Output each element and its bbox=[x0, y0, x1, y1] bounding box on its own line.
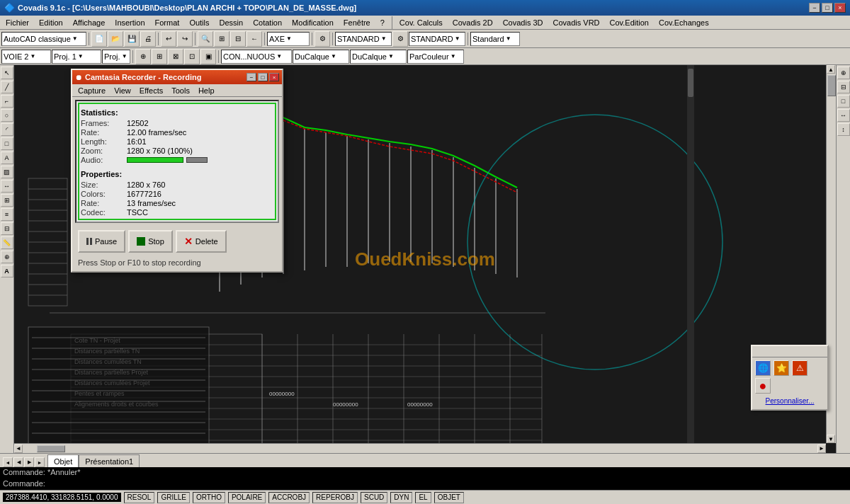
zoom-window-btn[interactable]: ⊟ bbox=[230, 31, 246, 47]
menu-help[interactable]: ? bbox=[376, 18, 389, 28]
status-grille[interactable]: GRILLE bbox=[157, 492, 190, 503]
std-prop-btn[interactable]: ⚙ bbox=[392, 31, 408, 47]
menu-insertion[interactable]: Insertion bbox=[110, 18, 149, 28]
cam-menu-effects[interactable]: Effects bbox=[135, 86, 167, 96]
drawing-area[interactable]: Cote TN - Projet Distances partielles TN… bbox=[14, 65, 836, 453]
pause-button[interactable]: Pause bbox=[78, 230, 125, 253]
tool-dimension[interactable]: ↔ bbox=[1, 180, 13, 193]
save-btn[interactable]: 💾 bbox=[124, 31, 140, 47]
tool-letter-a[interactable]: A bbox=[1, 265, 13, 277]
menu-edition[interactable]: Edition bbox=[35, 18, 67, 28]
panel-icon-globe[interactable]: 🌐 bbox=[755, 360, 771, 376]
menu-covadis-vrd[interactable]: Covadis VRD bbox=[549, 18, 604, 28]
print-btn[interactable]: 🖨 bbox=[140, 31, 156, 47]
tool-layer[interactable]: ⊟ bbox=[1, 222, 13, 235]
right-tool-5[interactable]: ↕ bbox=[837, 123, 850, 136]
scroll-thumb[interactable] bbox=[827, 75, 836, 96]
new-btn[interactable]: 📄 bbox=[91, 31, 107, 47]
workspace-dropdown[interactable]: AutoCAD classique ▼ bbox=[1, 32, 86, 46]
right-tool-3[interactable]: □ bbox=[837, 95, 850, 108]
tool-circle[interactable]: ○ bbox=[1, 109, 13, 122]
right-tool-2[interactable]: ⊟ bbox=[837, 81, 850, 93]
cam-menu-tools[interactable]: Tools bbox=[167, 86, 194, 96]
lineweight-dropdown[interactable]: DuCalque ▼ bbox=[293, 50, 349, 64]
minimize-button[interactable]: − bbox=[809, 3, 820, 13]
delete-button[interactable]: ✕ Delete bbox=[176, 230, 227, 253]
menu-cov-echanges[interactable]: Cov.Echanges bbox=[654, 18, 713, 28]
right-tool-4[interactable]: ↔ bbox=[837, 109, 850, 122]
tab-presentation[interactable]: Présentation1 bbox=[79, 454, 140, 467]
snap5-btn[interactable]: ▣ bbox=[200, 49, 216, 64]
standard-dropdown2[interactable]: STANDARD ▼ bbox=[409, 32, 465, 46]
scroll-up-btn[interactable]: ▲ bbox=[827, 65, 835, 74]
status-ortho[interactable]: ORTHO bbox=[193, 492, 225, 503]
tool-snap[interactable]: ⊕ bbox=[1, 251, 13, 263]
status-dyn[interactable]: DYN bbox=[390, 492, 412, 503]
menu-outils[interactable]: Outils bbox=[185, 18, 213, 28]
standard-dropdown1[interactable]: STANDARD ▼ bbox=[335, 32, 392, 46]
horizontal-scrollbar[interactable]: ◄ ► bbox=[14, 443, 826, 453]
color-dropdown[interactable]: DuCalque ▼ bbox=[350, 50, 407, 64]
menu-cotation[interactable]: Cotation bbox=[249, 18, 286, 28]
linetype-dropdown[interactable]: CON...NUOUS ▼ bbox=[221, 50, 292, 64]
scroll-left-btn[interactable]: ◄ bbox=[14, 445, 23, 453]
maximize-button[interactable]: □ bbox=[822, 3, 833, 13]
status-accrobj[interactable]: ACCROBJ bbox=[268, 492, 310, 503]
scroll-h-thumb[interactable] bbox=[37, 445, 65, 452]
undo-btn[interactable]: ↩ bbox=[161, 31, 176, 47]
tool-properties[interactable]: ≡ bbox=[1, 208, 13, 221]
tool-pointer[interactable]: ↖ bbox=[1, 67, 13, 79]
status-el[interactable]: EL bbox=[415, 492, 431, 503]
menu-cov-edition[interactable]: Cov.Edition bbox=[606, 18, 653, 28]
menu-modification[interactable]: Modification bbox=[288, 18, 338, 28]
close-button[interactable]: × bbox=[834, 3, 846, 13]
panel-icon-red-dot[interactable]: ● bbox=[755, 378, 771, 394]
menu-dessin[interactable]: Dessin bbox=[215, 18, 248, 28]
snap2-btn[interactable]: ⊞ bbox=[152, 49, 167, 64]
menu-fichier[interactable]: Fichier bbox=[1, 18, 33, 28]
zoom-pan-btn[interactable]: 🔍 bbox=[198, 31, 213, 47]
proj2-dropdown[interactable]: Proj. ▼ bbox=[102, 50, 130, 64]
layer-dropdown[interactable]: AXE ▼ bbox=[267, 32, 310, 46]
menu-cov-calculs[interactable]: Cov. Calculs bbox=[395, 18, 447, 28]
cam-menu-capture[interactable]: Capture bbox=[74, 86, 110, 96]
tool-measure[interactable]: 📏 bbox=[1, 236, 13, 249]
cam-menu-view[interactable]: View bbox=[110, 86, 135, 96]
camtasia-minimize-btn[interactable]: − bbox=[246, 73, 256, 81]
status-resol[interactable]: RESOL bbox=[124, 492, 155, 503]
personalize-link[interactable]: Personnaliser... bbox=[755, 396, 824, 406]
tool-polyline[interactable]: ⌐ bbox=[1, 95, 13, 108]
status-scud[interactable]: SCUD bbox=[361, 492, 387, 503]
snap-btn[interactable]: ⊕ bbox=[135, 49, 151, 64]
menu-format[interactable]: Format bbox=[151, 18, 184, 28]
cam-menu-help[interactable]: Help bbox=[194, 86, 219, 96]
tab-scroll-right[interactable]: ► bbox=[35, 457, 45, 467]
tool-hatch[interactable]: ▨ bbox=[1, 166, 13, 178]
menu-affichage[interactable]: Affichage bbox=[69, 18, 110, 28]
tab-scroll-last[interactable]: ▶ bbox=[24, 457, 34, 467]
redo-btn[interactable]: ↪ bbox=[177, 31, 193, 47]
right-tool-1[interactable]: ⊕ bbox=[837, 67, 850, 79]
panel-icon-warning[interactable]: ⚠ bbox=[792, 360, 808, 376]
plotstyle-dropdown[interactable]: ParCouleur ▼ bbox=[407, 50, 464, 64]
status-reperobj[interactable]: REPEROBJ bbox=[312, 492, 358, 503]
scroll-right-btn[interactable]: ► bbox=[817, 445, 826, 453]
standard-dropdown3[interactable]: Standard ▼ bbox=[470, 32, 520, 46]
menu-fenetre[interactable]: Fenêtre bbox=[339, 18, 375, 28]
zoom-extents-btn[interactable]: ⊞ bbox=[214, 31, 230, 47]
proj-dropdown[interactable]: Proj. 1 ▼ bbox=[52, 50, 101, 64]
menu-covadis-2d[interactable]: Covadis 2D bbox=[448, 18, 497, 28]
tab-objet[interactable]: Objet bbox=[47, 454, 79, 467]
status-polaire[interactable]: POLAIRE bbox=[228, 492, 266, 503]
tool-text[interactable]: A bbox=[1, 151, 13, 164]
camtasia-restore-btn[interactable]: □ bbox=[258, 73, 268, 81]
properties-btn[interactable]: ⚙ bbox=[314, 31, 330, 47]
menu-covadis-3d[interactable]: Covadis 3D bbox=[499, 18, 548, 28]
zoom-prev-btn[interactable]: ← bbox=[246, 31, 262, 47]
tool-rectangle[interactable]: □ bbox=[1, 137, 13, 150]
tool-arc[interactable]: ◜ bbox=[1, 123, 13, 136]
tab-scroll-first[interactable]: ◀ bbox=[13, 457, 23, 467]
tool-line[interactable]: ╱ bbox=[1, 81, 13, 93]
tab-scroll-left[interactable]: ◄ bbox=[3, 457, 13, 467]
snap4-btn[interactable]: ⊡ bbox=[184, 49, 200, 64]
